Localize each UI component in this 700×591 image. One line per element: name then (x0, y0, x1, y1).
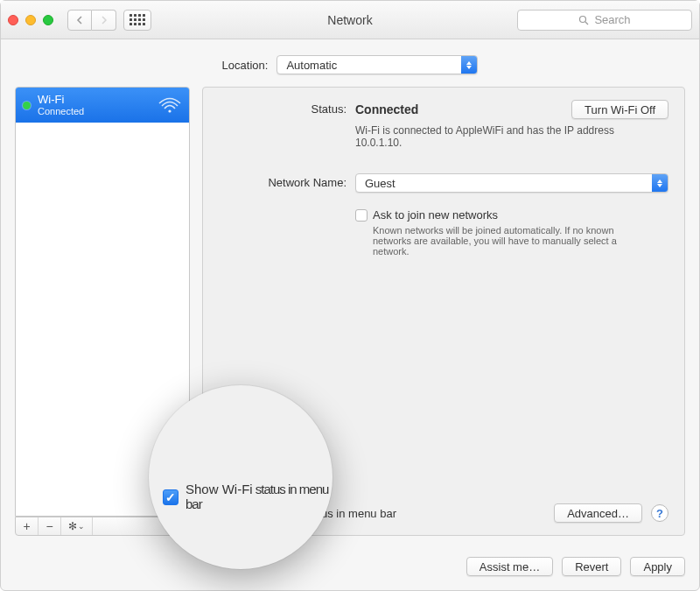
close-window-button[interactable] (8, 15, 18, 25)
show-menu-checkbox-magnified (163, 489, 178, 505)
ask-join-help: Known networks will be joined automatica… (373, 225, 626, 257)
ask-join-label: Ask to join new networks (373, 208, 498, 222)
status-detail: Wi-Fi is connected to AppleWiFi and has … (355, 124, 618, 149)
chevron-right-icon (101, 16, 108, 25)
turn-wifi-off-button[interactable]: Turn Wi-Fi Off (571, 100, 668, 119)
magnifier-overlay: Show Wi-Fi status in menu bar (149, 385, 332, 569)
advanced-button[interactable]: Advanced… (554, 503, 642, 523)
magnify-text: Show Wi-Fi status in menu bar (186, 482, 332, 511)
service-name: Wi-Fi (38, 93, 150, 106)
network-name-value: Guest (365, 177, 652, 190)
gear-icon: ✻ (68, 520, 77, 532)
nav-buttons (67, 10, 116, 31)
grid-icon (130, 14, 145, 25)
minimize-window-button[interactable] (25, 15, 36, 25)
apply-button[interactable]: Apply (630, 557, 685, 576)
zoom-window-button[interactable] (43, 15, 53, 25)
footer-buttons: Assist me… Revert Apply (1, 550, 699, 590)
network-name-select[interactable]: Guest (355, 173, 668, 193)
location-row: Location: Automatic (1, 39, 699, 87)
forward-button[interactable] (92, 10, 116, 31)
search-input[interactable]: Search (517, 10, 692, 31)
revert-button[interactable]: Revert (562, 557, 621, 576)
search-placeholder: Search (594, 13, 630, 26)
svg-point-2 (168, 109, 171, 112)
show-all-button[interactable] (123, 10, 151, 31)
chevron-left-icon (76, 16, 83, 25)
wifi-icon (158, 96, 182, 114)
search-icon (578, 15, 589, 25)
titlebar: Network Search (1, 1, 699, 39)
svg-line-1 (585, 22, 588, 25)
popup-arrows-icon (652, 174, 668, 192)
chevron-down-icon: ⌄ (78, 522, 85, 531)
ask-join-checkbox[interactable] (355, 209, 368, 222)
assist-me-button[interactable]: Assist me… (466, 557, 553, 576)
status-dot-connected (23, 102, 31, 109)
svg-point-0 (580, 16, 586, 22)
location-label: Location: (222, 59, 269, 72)
status-label: Status: (224, 100, 346, 116)
location-value: Automatic (286, 59, 461, 72)
add-service-button[interactable]: + (16, 517, 38, 535)
remove-service-button[interactable]: − (38, 517, 61, 535)
service-item-wifi[interactable]: Wi-Fi Connected (16, 88, 189, 123)
popup-arrows-icon (461, 56, 477, 74)
network-name-label: Network Name: (224, 173, 346, 189)
traffic-lights (8, 15, 53, 25)
help-button[interactable]: ? (651, 504, 668, 522)
back-button[interactable] (67, 10, 92, 31)
service-options-button[interactable]: ✻ ⌄ (61, 517, 93, 535)
network-preferences-window: Network Search Location: Automatic Wi-Fi… (0, 0, 700, 591)
service-status: Connected (38, 106, 150, 117)
status-value: Connected (355, 102, 418, 116)
location-select[interactable]: Automatic (276, 55, 478, 74)
ask-join-row: Ask to join new networks Known networks … (355, 208, 668, 257)
